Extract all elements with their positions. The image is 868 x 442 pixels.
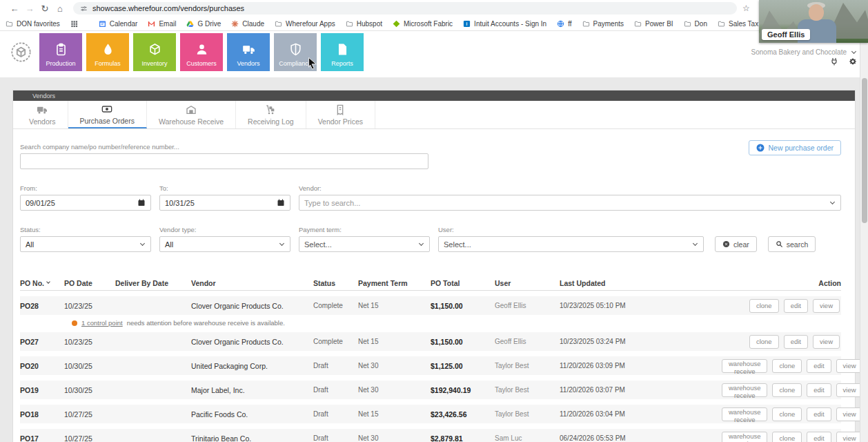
edit-button[interactable]: edit xyxy=(784,335,808,349)
column-header-vendor[interactable]: Vendor xyxy=(191,279,313,287)
tab-receiving-log[interactable]: Receiving Log xyxy=(236,101,306,128)
vendor-search-select[interactable]: Type to search... xyxy=(299,195,841,211)
bookmark-calendar[interactable]: Calendar xyxy=(99,20,138,28)
tab-purchase-orders[interactable]: Purchase Orders xyxy=(68,101,147,128)
column-header-action[interactable]: Action xyxy=(722,279,841,287)
nav-tile-label: Production xyxy=(46,60,75,67)
reload-icon[interactable]: ↻ xyxy=(37,3,52,14)
column-header-deliver-by-date[interactable]: Deliver By Date xyxy=(115,279,191,287)
forward-icon[interactable]: → xyxy=(22,3,37,14)
row-actions: cloneeditview xyxy=(722,299,841,313)
clone-button[interactable]: clone xyxy=(772,432,802,442)
column-header-po-date[interactable]: PO Date xyxy=(64,279,115,287)
integrations-plug-icon[interactable] xyxy=(830,57,838,66)
column-header-payment-term[interactable]: Payment Term xyxy=(358,279,431,287)
clone-button[interactable]: clone xyxy=(749,299,779,313)
tag-icon xyxy=(335,104,346,115)
control-point-link[interactable]: 1 control point xyxy=(81,319,123,327)
edit-button[interactable]: edit xyxy=(807,407,831,421)
home-icon[interactable]: ⌂ xyxy=(52,3,68,14)
bookmark-payments[interactable]: Payments xyxy=(582,20,624,28)
bookmark-star-icon[interactable]: ☆ xyxy=(742,3,750,13)
view-button[interactable]: view xyxy=(813,335,840,349)
nav-tile-formulas[interactable]: Formulas xyxy=(86,33,129,71)
bookmark-label: Claude xyxy=(242,20,264,28)
bookmark-sales-tax[interactable]: Sales Tax xyxy=(718,20,758,28)
from-date-input[interactable]: 09/01/25 xyxy=(20,195,151,211)
tab-vendor-prices[interactable]: Vendor Prices xyxy=(306,101,375,128)
column-header-po-total[interactable]: PO Total xyxy=(431,279,495,287)
bookmark-ff[interactable]: ff xyxy=(557,20,571,28)
nav-tile-customers[interactable]: Customers xyxy=(180,33,223,71)
view-button[interactable]: view xyxy=(836,407,863,421)
view-button[interactable]: view xyxy=(836,432,863,442)
tab-warehouse-receive[interactable]: Warehouse Receive xyxy=(147,101,236,128)
clone-button[interactable]: clone xyxy=(772,383,802,397)
warehouse-receive-button[interactable]: warehouse receive xyxy=(722,432,767,442)
user-select[interactable]: Select... xyxy=(438,236,704,252)
edit-button[interactable]: edit xyxy=(807,359,831,373)
clear-button[interactable]: clear xyxy=(715,236,757,252)
bookmark-wherefour-apps[interactable]: Wherefour Apps xyxy=(275,20,335,28)
nav-tile-compliance[interactable]: Compliance xyxy=(274,33,317,71)
payment-term-select[interactable]: Select... xyxy=(299,236,430,252)
clone-button[interactable]: clone xyxy=(772,407,802,421)
row-actions: warehouse receivecloneeditview xyxy=(722,359,865,373)
calendar-icon[interactable] xyxy=(137,198,146,207)
site-settings-icon[interactable] xyxy=(80,5,88,12)
settings-gear-icon[interactable] xyxy=(849,57,857,66)
warehouse-receive-button[interactable]: warehouse receive xyxy=(722,407,767,421)
warehouse-receive-button[interactable]: warehouse receive xyxy=(722,383,767,397)
bookmark-don-favorites[interactable]: DON favorites xyxy=(6,20,60,28)
row-actions: warehouse receivecloneeditview xyxy=(722,432,865,442)
bookmark-g-drive[interactable]: G Drive xyxy=(186,20,221,28)
to-label: To: xyxy=(159,184,290,192)
column-header-last-updated[interactable]: Last Updated xyxy=(560,279,722,287)
edit-button[interactable]: edit xyxy=(807,383,831,397)
scrollbar-thumb[interactable] xyxy=(862,78,867,223)
bookmark-hubspot[interactable]: Hubspot xyxy=(346,20,382,28)
bookmark-don[interactable]: Don xyxy=(684,20,707,28)
intuit-icon: i xyxy=(463,20,471,28)
bookmark-item[interactable] xyxy=(70,20,78,28)
search-input[interactable] xyxy=(20,153,428,169)
bookmark-claude[interactable]: Claude xyxy=(231,20,264,28)
view-button[interactable]: view xyxy=(813,299,840,313)
bookmark-microsoft-fabric[interactable]: Microsoft Fabric xyxy=(393,20,453,28)
nav-tile-label: Formulas xyxy=(95,60,121,67)
address-bar[interactable]: showcase.wherefour.com/vendors/purchases xyxy=(73,2,737,15)
edit-button[interactable]: edit xyxy=(784,299,808,313)
email-icon xyxy=(148,20,155,28)
bookmark-power-bi[interactable]: Power BI xyxy=(634,20,673,28)
clone-button[interactable]: clone xyxy=(749,335,779,349)
edit-button[interactable]: edit xyxy=(807,432,831,442)
back-icon[interactable]: ← xyxy=(7,3,22,14)
warehouse-receive-button[interactable]: warehouse receive xyxy=(722,359,767,373)
nav-tile-inventory[interactable]: Inventory xyxy=(133,33,176,71)
breadcrumb-label: Vendors xyxy=(32,93,55,99)
bookmark-email[interactable]: Email xyxy=(148,20,176,28)
tab-label: Warehouse Receive xyxy=(159,117,224,126)
column-header-po-no[interactable]: PO No. xyxy=(20,279,64,287)
to-date-input[interactable]: 10/31/25 xyxy=(159,195,290,211)
bookmark-intuit-accounts-sign-in[interactable]: iIntuit Accounts - Sign In xyxy=(463,20,546,28)
scrollbar[interactable] xyxy=(860,31,868,442)
calendar-icon[interactable] xyxy=(277,198,285,207)
column-header-label: Action xyxy=(818,279,841,287)
column-header-user[interactable]: User xyxy=(495,279,560,287)
wherefour-logo-icon[interactable] xyxy=(10,41,32,63)
nav-tile-reports[interactable]: Reports xyxy=(321,33,364,71)
search-button[interactable]: search xyxy=(768,236,816,252)
view-button[interactable]: view xyxy=(836,383,863,397)
vendor-type-select[interactable]: All xyxy=(159,236,290,252)
nav-tile-vendors[interactable]: Vendors xyxy=(227,33,270,71)
nav-tile-production[interactable]: Production xyxy=(39,33,82,71)
row-actions: warehouse receivecloneeditview xyxy=(722,407,865,421)
tab-vendors[interactable]: Vendors xyxy=(17,101,68,128)
new-purchase-order-button[interactable]: New purchase order xyxy=(749,140,841,155)
clone-button[interactable]: clone xyxy=(772,359,802,373)
view-button[interactable]: view xyxy=(836,359,863,373)
company-selector[interactable]: Sonoma Bakery and Chocolate xyxy=(751,48,857,56)
column-header-status[interactable]: Status xyxy=(313,279,358,287)
status-select[interactable]: All xyxy=(20,236,151,252)
